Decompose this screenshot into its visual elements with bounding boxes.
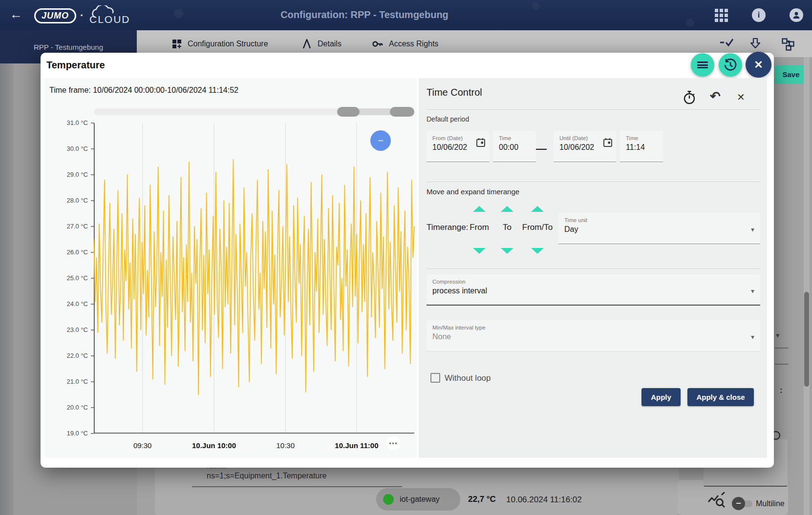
time-unit-select[interactable]: Time unit Day ▾ <box>558 213 760 244</box>
chart-menu-button[interactable]: ⋯ <box>386 436 400 450</box>
timer-icon[interactable] <box>683 91 696 106</box>
download-icon[interactable] <box>750 38 760 52</box>
y-axis-tick-label: 25.0 °C <box>45 274 88 282</box>
field-label: Time unit <box>564 217 754 223</box>
shift-fromto-label: From/To <box>522 223 553 232</box>
shift-from-up-button[interactable] <box>473 206 486 212</box>
multiline-toggle[interactable]: − <box>732 498 757 509</box>
y-axis-tick-label: 29.0 °C <box>45 171 88 178</box>
address-field-underline <box>192 486 402 487</box>
apps-grid-icon[interactable] <box>715 9 728 22</box>
divider <box>427 268 760 269</box>
field-value: 11:14 <box>626 143 657 152</box>
timerange-label: Timerange: <box>427 223 468 232</box>
until-date-field[interactable]: Until (Date) 10/06/202 <box>554 131 616 162</box>
until-time-field[interactable]: Time 11:14 <box>620 131 663 162</box>
apply-close-button[interactable]: Apply & close <box>687 388 754 406</box>
y-axis-tick-label: 23.0 °C <box>45 326 88 333</box>
current-reading-value: 22,7 °C <box>468 494 496 504</box>
x-axis-tick-label: 10.Jun 10:00 <box>192 441 236 450</box>
hidden-time-colon: : <box>780 386 783 395</box>
y-axis-tick-label: 19.0 °C <box>45 430 88 437</box>
y-axis-tick-label: 28.0 °C <box>45 197 88 204</box>
dots-menu-icon: ⋯ <box>389 438 398 449</box>
y-axis-labels: 31.0 °C30.0 °C29.0 °C28.0 °C27.0 °C26.0 … <box>44 78 91 458</box>
field-value: None <box>432 332 754 341</box>
x-axis-labels: 09:3010.Jun 10:0010:3010.Jun 11:00 <box>94 441 414 452</box>
dropdown-arrow-icon: ▾ <box>751 226 754 233</box>
shift-from-down-button[interactable] <box>473 248 486 254</box>
y-axis-tick-label: 22.0 °C <box>45 352 88 359</box>
compression-select[interactable]: Compression process interval ▾ <box>427 274 760 306</box>
apply-button[interactable]: Apply <box>641 388 681 406</box>
from-time-field[interactable]: Time 00:00 <box>493 131 536 162</box>
account-avatar-icon[interactable] <box>790 8 803 22</box>
dropdown-arrow-icon: ▾ <box>751 333 754 341</box>
address-field-value[interactable]: ns=1;s=Equipment_1.Temperature <box>207 472 326 480</box>
close-dialog-button[interactable]: ✕ <box>746 52 771 78</box>
y-axis-tick-label: 27.0 °C <box>45 223 88 230</box>
sitemap-icon[interactable] <box>782 38 794 53</box>
list-view-button[interactable] <box>691 53 714 77</box>
divider <box>427 109 760 110</box>
page-scrollbar <box>804 57 810 515</box>
gateway-chip[interactable]: iot-gateway <box>376 488 460 511</box>
minmax-interval-select[interactable]: Min/Max interval type None ▾ <box>427 320 760 351</box>
tab-label: Access Rights <box>389 40 438 48</box>
time-control-title: Time Control <box>427 87 482 98</box>
range-slider-handle-right[interactable] <box>390 107 414 117</box>
y-axis-tick-label: 24.0 °C <box>45 300 88 308</box>
sidebar-strip <box>0 30 14 515</box>
chart-plot <box>94 123 414 433</box>
select-check-icon[interactable] <box>720 38 733 49</box>
scrollbar-thumb[interactable] <box>804 292 809 387</box>
temperature-dialog: Temperature ✕ Time frame: 10/06/2024 00:… <box>41 53 774 468</box>
field-value: process interval <box>432 287 754 295</box>
y-axis-tick-label: 21.0 °C <box>45 378 88 385</box>
from-date-field[interactable]: From (Date) 10/06/202 <box>427 131 489 162</box>
hidden-field-underline <box>775 364 789 365</box>
shift-to-up-button[interactable] <box>501 206 513 212</box>
range-separator: — <box>536 143 547 155</box>
y-axis-tick-label: 31.0 °C <box>45 119 88 126</box>
gateway-status-icon <box>383 494 394 505</box>
range-slider-selection[interactable] <box>359 108 391 115</box>
range-slider-handle-left[interactable] <box>337 107 360 117</box>
x-axis-tick-label: 10:30 <box>277 441 295 450</box>
zoom-out-button[interactable]: − <box>370 130 391 151</box>
x-axis-tick-label: 10.Jun 11:00 <box>335 441 378 450</box>
calendar-icon[interactable] <box>603 138 613 149</box>
undo-icon[interactable]: ↶ <box>710 89 721 104</box>
tab-label: Configuration Structure <box>188 40 268 48</box>
field-label: Time <box>626 135 657 141</box>
shift-to-down-button[interactable] <box>501 248 513 254</box>
history-button[interactable] <box>719 53 742 77</box>
shift-to-label: To <box>503 223 512 232</box>
screen: ← JUMO · CLOUD Configuration: RPP - Test… <box>0 0 812 515</box>
info-icon[interactable]: i <box>752 8 766 22</box>
without-loop-checkbox[interactable] <box>430 373 440 383</box>
field-value: 00:00 <box>499 143 530 152</box>
y-axis-tick-label: 30.0 °C <box>45 145 88 152</box>
multiline-label: Multiline <box>756 499 785 508</box>
default-period-label: Default period <box>427 115 469 123</box>
x-axis-tick-label: 09:30 <box>133 441 152 450</box>
shift-fromto-up-button[interactable] <box>531 206 544 212</box>
shift-fromto-down-button[interactable] <box>531 248 544 254</box>
current-reading-timestamp: 10.06.2024 11:16:02 <box>506 495 582 505</box>
move-expand-label: Move and expand timerange <box>427 187 519 196</box>
trend-analysis-icon[interactable] <box>707 492 726 511</box>
y-axis-tick-label: 26.0 °C <box>45 248 88 256</box>
close-time-control-icon[interactable]: ✕ <box>737 91 745 103</box>
history-clock-icon <box>724 58 737 72</box>
y-axis-tick-label: 20.0 °C <box>45 404 88 411</box>
caret-icon <box>302 39 312 49</box>
divider <box>427 182 760 182</box>
chart-panel: Time frame: 10/06/2024 00:00:00-10/06/20… <box>44 78 417 458</box>
save-button[interactable]: Save <box>774 65 808 84</box>
minus-icon: − <box>378 135 384 146</box>
calendar-icon[interactable] <box>476 138 486 149</box>
list-icon <box>697 61 708 70</box>
grid-plus-icon <box>172 39 182 49</box>
hidden-dropdown-arrow-icon: ▾ <box>776 331 780 340</box>
